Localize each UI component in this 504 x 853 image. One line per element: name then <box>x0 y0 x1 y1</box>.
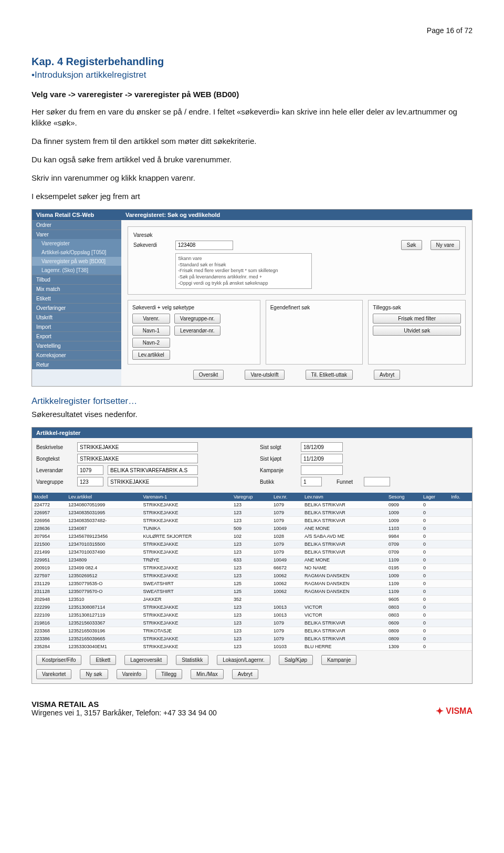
sidebar-section-export[interactable]: Export <box>32 331 121 341</box>
table-row[interactable]: 22210912351308127119STRIKKEJAKKE12310013… <box>32 611 472 619</box>
bongtekst-field[interactable] <box>77 454 198 463</box>
sidebar-item-vareregister[interactable]: Vareregister <box>32 239 121 248</box>
table-cell: 1079 <box>271 627 302 635</box>
search-input[interactable] <box>175 241 233 250</box>
table-cell: 12352165039196 <box>66 627 141 635</box>
varegruppe-name-field[interactable] <box>108 477 198 486</box>
varekortet-button[interactable]: Varekortet <box>36 669 71 679</box>
table-cell <box>449 572 472 580</box>
table-header[interactable]: Sesong <box>386 493 421 501</box>
salg-kj-p-button[interactable]: Salg/Kjøp <box>279 655 313 665</box>
leverandor-code-field[interactable] <box>77 465 103 475</box>
table-cell: VICTOR <box>302 611 386 619</box>
table-cell: 10062 <box>271 588 302 596</box>
sidebar-section-retur[interactable]: Retur <box>32 360 121 369</box>
table-row[interactable]: 22695612340835037482-STRIKKEJAKKE1231079… <box>32 517 472 525</box>
search-button[interactable]: Søk <box>401 240 422 250</box>
levartikkel-button[interactable]: Lev.artikkel <box>132 350 170 360</box>
sidebar-section-korreksjoner[interactable]: Korreksjoner <box>32 350 121 360</box>
ny-s-k-button[interactable]: Ny søk <box>80 669 108 679</box>
table-header[interactable]: Varegrup <box>232 493 271 501</box>
oversikt-button[interactable]: Oversikt <box>193 370 224 380</box>
table-row[interactable]: 22759712350269512STRIKKEJAKKE12310062RAG… <box>32 572 472 580</box>
kampanje-button[interactable]: Kampanje <box>321 655 356 665</box>
lokasjon-lagernr--button[interactable]: Lokasjon/Lagernr. <box>217 655 270 665</box>
navn1-button[interactable]: Navn-1 <box>132 326 170 336</box>
sidebar-section-overforinger[interactable]: Overføringer <box>32 303 121 313</box>
table-row[interactable]: 23112812350779570-OSWEATSHIRT12510062RAG… <box>32 588 472 596</box>
table-row[interactable]: 22149912347010037490STRIKKEJAKKE1231079B… <box>32 548 472 556</box>
sidebar-section-tilbud[interactable]: Tilbud <box>32 275 121 284</box>
table-cell: 12347010037490 <box>66 548 141 556</box>
table-cell: 123 <box>232 619 271 627</box>
varenr-button[interactable]: Varenr. <box>132 314 170 324</box>
table-header[interactable]: Lev.artikkel <box>66 493 141 501</box>
table-row[interactable]: 23112912350779535-OSWEATSHIRT12510062RAG… <box>32 580 472 588</box>
vareutskrift-button[interactable]: Vare-utskrift <box>245 370 284 380</box>
table-row[interactable]: 200919123499 082.4STRIKKEJAKKE12366672NO… <box>32 564 472 572</box>
app-title: Visma Retail CS-Web <box>32 210 121 220</box>
sidebar-section-mixmatch[interactable]: Mix match <box>32 284 121 294</box>
chapter-title: Kap. 4 Registerbehandling <box>32 56 472 68</box>
sidebar-section-varetelling[interactable]: Varetelling <box>32 341 121 350</box>
statistikk-button[interactable]: Statistikk <box>176 655 208 665</box>
table-header[interactable]: Modell <box>32 493 66 501</box>
utvidet-sok-button[interactable]: Utvidet søk <box>373 326 461 336</box>
table-cell: BLU HERRE <box>302 643 386 651</box>
table-cell <box>449 525 472 533</box>
hint-line: Skann vare <box>178 256 309 262</box>
table-cell: 1079 <box>271 517 302 525</box>
table-row[interactable]: 22477212340807051999STRIKKEJAKKE1231079B… <box>32 501 472 509</box>
vareinfo-button[interactable]: Vareinfo <box>117 669 148 679</box>
sidebar-item-vareregister-web[interactable]: Vareregister på web [BD00] <box>32 257 121 266</box>
table-cell: 123 <box>232 572 271 580</box>
kostpriser-fifo-button[interactable]: Kostpriser/Fifo <box>36 655 81 665</box>
sistkjopt-field[interactable] <box>301 454 343 463</box>
paragraph-2: Da finner system frem til den artikkel s… <box>32 136 472 147</box>
table-row[interactable]: 22695712340835031995STRIKKEJAKKE1231079B… <box>32 509 472 517</box>
frisok-filter-button[interactable]: Frisøk med filter <box>373 314 461 324</box>
sidebar-section-etikett[interactable]: Etikett <box>32 294 121 303</box>
table-row[interactable]: 22150012347010315500STRIKKEJAKKE1231079B… <box>32 540 472 548</box>
sidebar-section-import[interactable]: Import <box>32 322 121 331</box>
sidebar-item-artikkelsok[interactable]: Artikkel-søk/Oppslag [T050] <box>32 248 121 257</box>
sistsolgt-field[interactable] <box>301 442 343 452</box>
sidebar-item-lagernr[interactable]: Lagernr. (Sko) [T38] <box>32 266 121 275</box>
tillegg-button[interactable]: Tillegg <box>155 669 182 679</box>
leverandor-name-field[interactable] <box>108 465 198 475</box>
etikettuttak-button[interactable]: Til. Etikett-uttak <box>306 370 353 380</box>
table-row[interactable]: 2286361234087TUNIKA50910049ANE MONE11030 <box>32 525 472 533</box>
table-header[interactable]: Lager <box>421 493 449 501</box>
avbryt-button[interactable]: Avbryt <box>232 669 258 679</box>
kampanje-field[interactable] <box>301 465 343 475</box>
beskrivelse-field[interactable] <box>77 442 198 452</box>
table-row[interactable]: 22338612352165039665STRIKKEJAKKE1231079B… <box>32 635 472 643</box>
table-header[interactable]: Lev.nr. <box>271 493 302 501</box>
navn2-button[interactable]: Navn-2 <box>132 338 170 348</box>
leverandor-button[interactable]: Leverandør-nr. <box>174 326 220 336</box>
butikk-field[interactable] <box>301 477 322 486</box>
varegruppe-button[interactable]: Varegruppe-nr. <box>174 314 220 324</box>
sidebar-section-varer[interactable]: Varer <box>32 230 121 239</box>
new-item-button[interactable]: Ny vare <box>430 240 460 250</box>
table-cell <box>449 604 472 611</box>
table-header[interactable]: Info. <box>449 493 472 501</box>
etikett-button[interactable]: Etikett <box>90 655 116 665</box>
table-header[interactable]: Lev.navn <box>302 493 386 501</box>
table-row[interactable]: 202948123510JAKKER35296050 <box>32 596 472 604</box>
table-cell: 123510 <box>66 596 141 604</box>
table-row[interactable]: 22229912351308087114STRIKKEJAKKE12310013… <box>32 604 472 611</box>
min-max-button[interactable]: Min./Max <box>191 669 224 679</box>
funnet-field[interactable] <box>364 477 390 486</box>
varegruppe-code-field[interactable] <box>77 477 103 486</box>
avbryt-button[interactable]: Avbryt <box>374 370 400 380</box>
table-row[interactable]: 23528412353303040EM1STRIKKEJAKKE12310103… <box>32 643 472 651</box>
sidebar-section-utskrift[interactable]: Utskrift <box>32 313 121 322</box>
sidebar-section-ordrer[interactable]: Ordrer <box>32 220 121 230</box>
lageroversikt-button[interactable]: Lageroversikt <box>124 655 167 665</box>
table-row[interactable]: 22336812352165039196TRIKOTASJE1231079BEL… <box>32 627 472 635</box>
table-row[interactable]: 2299511234809TRØYE63310049ANE MONE11090 <box>32 556 472 564</box>
table-row[interactable]: 21981612352156033367STRIKKEJAKKE1231079B… <box>32 619 472 627</box>
table-header[interactable]: Varenavn-1 <box>141 493 232 501</box>
table-row[interactable]: 207954123456789123456KULØRTE SKJORTER102… <box>32 533 472 540</box>
